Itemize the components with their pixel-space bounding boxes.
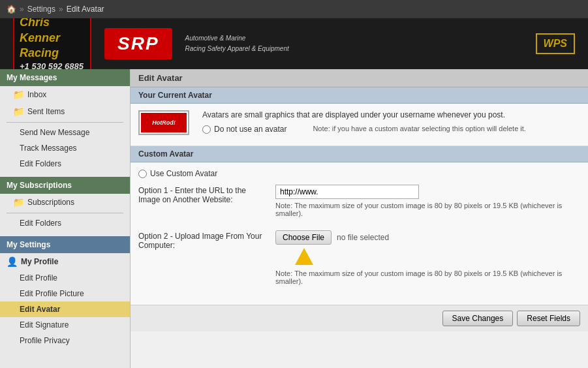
nav-separator: » xyxy=(20,5,24,14)
banner-srp-sub: Automotive & Marine Racing Safety Appare… xyxy=(185,33,289,54)
sidebar-item-track[interactable]: Track Messages xyxy=(0,140,130,156)
nav-separator2: » xyxy=(59,5,63,14)
option2-label: Option 2 - Upload Image From Your Comput… xyxy=(138,230,266,250)
sidebar-item-profile-privacy[interactable]: Profile Privacy xyxy=(0,333,130,348)
sidebar-item-edit-avatar[interactable]: Edit Avatar xyxy=(0,301,130,317)
sidebar-item-edit-profile[interactable]: Edit Profile xyxy=(0,270,130,286)
my-settings-header: My Settings xyxy=(0,236,130,253)
edit-folders2-label: Edit Folders xyxy=(20,219,61,228)
sidebar-item-send-message[interactable]: Send New Message xyxy=(0,125,130,140)
sidebar-item-edit-folders[interactable]: Edit Folders xyxy=(0,156,130,172)
use-custom-radio[interactable] xyxy=(138,170,147,178)
save-changes-button[interactable]: Save Changes xyxy=(442,311,514,326)
home-icon[interactable]: 🏠 xyxy=(7,5,16,14)
reset-fields-button[interactable]: Reset Fields xyxy=(517,311,580,326)
action-bar: Save Changes Reset Fields xyxy=(131,305,588,331)
current-page-label: Edit Avatar xyxy=(67,5,104,14)
folder-icon3: 📁 xyxy=(13,197,24,207)
option2-note: Note: The maximum size of your custom im… xyxy=(275,269,576,285)
option1-row: Option 1 - Enter the URL to the Image on… xyxy=(138,185,580,222)
no-avatar-radio[interactable] xyxy=(202,125,211,134)
folder-icon: 📁 xyxy=(13,89,24,100)
url-input[interactable] xyxy=(275,185,419,199)
content-body: Your Current Avatar HotRod! Avatars are … xyxy=(131,87,588,331)
edit-signature-label: Edit Signature xyxy=(20,320,69,330)
arrow-indicator xyxy=(295,248,313,267)
custom-avatar-section: Use Custom Avatar Option 1 - Enter the U… xyxy=(131,162,588,305)
no-avatar-label[interactable]: Do not use an avatar xyxy=(202,125,286,134)
sidebar-item-edit-picture[interactable]: Edit Profile Picture xyxy=(0,286,130,301)
folder-icon2: 📁 xyxy=(13,106,24,117)
sidebar-item-my-profile[interactable]: 👤 My Profile xyxy=(0,253,130,270)
option1-label: Option 1 - Enter the URL to the Image on… xyxy=(138,185,266,204)
choose-file-button[interactable]: Choose File xyxy=(275,230,332,245)
track-label: Track Messages xyxy=(20,144,77,153)
my-subscriptions-header: My Subscriptions xyxy=(0,177,130,194)
edit-profile-label: Edit Profile xyxy=(20,273,57,283)
use-custom-row: Use Custom Avatar xyxy=(138,169,580,178)
my-profile-label: My Profile xyxy=(21,257,58,266)
file-row: Choose File no file selected xyxy=(275,230,580,245)
send-message-label: Send New Message xyxy=(20,128,89,137)
sidebar-item-inbox[interactable]: 📁 Inbox xyxy=(0,86,130,103)
sidebar-divider2 xyxy=(7,213,123,213)
banner-wps: WPS xyxy=(536,33,575,54)
settings-link[interactable]: Settings xyxy=(27,5,55,14)
subscriptions-label: Subscriptions xyxy=(27,198,74,207)
avatar-preview: HotRod! xyxy=(138,110,189,135)
edit-avatar-label: Edit Avatar xyxy=(20,305,60,314)
kenner-phone: +1 530 592 6885 xyxy=(20,61,85,69)
banner-srp: SRP xyxy=(104,28,172,59)
option1-note: Note: The maximum size of your custom im… xyxy=(275,202,576,217)
top-nav: 🏠 » Settings » Edit Avatar xyxy=(0,0,588,18)
sent-label: Sent Items xyxy=(27,107,65,116)
content-header: Edit Avatar xyxy=(131,69,588,87)
sidebar: My Messages 📁 Inbox 📁 Sent Items Send Ne… xyxy=(0,69,131,368)
use-custom-label: Use Custom Avatar xyxy=(150,169,217,178)
main-layout: My Messages 📁 Inbox 📁 Sent Items Send Ne… xyxy=(0,69,588,368)
option2-row: Option 2 - Upload Image From Your Comput… xyxy=(138,230,580,290)
option2-input-area: Choose File no file selected Note: The m… xyxy=(275,230,580,285)
profile-privacy-label: Profile Privacy xyxy=(20,336,70,345)
my-messages-header: My Messages xyxy=(0,69,130,86)
content-area: Edit Avatar Your Current Avatar HotRod! … xyxy=(131,69,588,368)
avatar-image: HotRod! xyxy=(141,113,187,132)
inbox-label: Inbox xyxy=(27,90,46,99)
edit-picture-label: Edit Profile Picture xyxy=(20,289,84,298)
sidebar-item-edit-signature[interactable]: Edit Signature xyxy=(0,317,130,333)
edit-folders-label: Edit Folders xyxy=(20,159,61,168)
sidebar-item-edit-folders2[interactable]: Edit Folders xyxy=(0,215,130,231)
option1-input-area: Note: The maximum size of your custom im… xyxy=(275,185,580,217)
sidebar-item-sent[interactable]: 📁 Sent Items xyxy=(0,103,130,120)
no-avatar-note: Note: if you have a custom avatar select… xyxy=(313,125,526,132)
kenner-brand: ChrisKennerRacing xyxy=(20,18,85,61)
person-icon: 👤 xyxy=(7,256,18,267)
no-file-text: no file selected xyxy=(337,233,389,242)
current-avatar-title: Your Current Avatar xyxy=(131,87,588,104)
current-avatar-section: HotRod! Avatars are small graphics that … xyxy=(131,104,588,146)
sidebar-divider1 xyxy=(7,122,123,123)
sidebar-item-subscriptions[interactable]: 📁 Subscriptions xyxy=(0,194,130,211)
banner: ChrisKennerRacing +1 530 592 6885 SRP Au… xyxy=(0,18,588,69)
banner-kenner: ChrisKennerRacing +1 530 592 6885 xyxy=(13,18,91,69)
kenner-racing: Racing xyxy=(20,46,59,59)
custom-avatar-title: Custom Avatar xyxy=(131,146,588,162)
avatar-description: Avatars are small graphics that are disp… xyxy=(202,110,526,119)
